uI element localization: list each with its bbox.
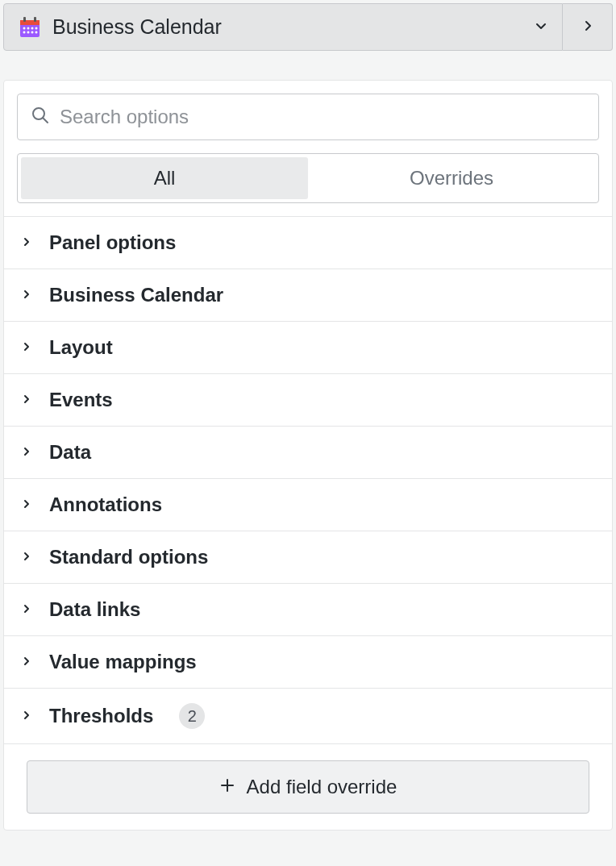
chevron-right-icon [22,393,31,407]
svg-line-13 [43,118,48,123]
chevron-right-icon [22,709,31,723]
panel-type-selector[interactable]: Business Calendar [3,3,563,51]
collapse-panel-button[interactable] [563,3,613,51]
section-row[interactable]: Value mappings [4,636,612,689]
svg-rect-3 [34,17,36,22]
add-field-override-button[interactable]: Add field override [27,760,589,814]
svg-point-8 [23,31,26,33]
section-label: Events [49,389,113,411]
count-badge: 2 [179,703,205,729]
chevron-right-icon [22,235,31,250]
add-override-label: Add field override [247,776,397,798]
svg-point-5 [27,27,30,29]
svg-point-6 [31,27,34,29]
section-row[interactable]: Business Calendar [4,269,612,322]
section-label: Standard options [49,546,208,568]
search-icon [31,106,50,128]
section-label: Thresholds [49,705,153,727]
svg-rect-1 [20,20,40,25]
section-label: Data [49,441,91,464]
section-row[interactable]: Thresholds2 [4,689,612,744]
svg-point-11 [35,31,38,33]
chevron-down-icon [535,19,547,35]
section-row[interactable]: Data [4,427,612,479]
chevron-right-icon [22,550,31,564]
panel-title: Business Calendar [52,15,222,39]
section-label: Panel options [49,231,176,254]
chevron-right-icon [22,655,31,669]
section-label: Value mappings [49,651,197,673]
chevron-right-icon [22,288,31,302]
section-label: Layout [49,336,113,359]
svg-point-9 [27,31,30,33]
svg-point-10 [31,31,34,33]
calendar-icon [19,16,41,39]
svg-rect-2 [23,17,26,22]
options-panel: All Overrides Panel optionsBusiness Cale… [3,80,613,831]
section-label: Business Calendar [49,284,223,306]
section-label: Annotations [49,493,162,516]
search-input[interactable] [60,106,585,128]
tab-group: All Overrides [17,153,599,203]
plus-icon [219,776,235,798]
section-label: Data links [49,598,140,621]
section-row[interactable]: Events [4,374,612,427]
chevron-right-icon [22,498,31,512]
svg-point-4 [23,27,26,29]
tab-all[interactable]: All [21,157,308,199]
chevron-right-icon [22,602,31,617]
chevron-right-icon [581,19,594,35]
svg-point-7 [35,27,38,29]
chevron-right-icon [22,340,31,355]
section-row[interactable]: Standard options [4,531,612,584]
section-row[interactable]: Data links [4,584,612,636]
section-row[interactable]: Panel options [4,217,612,269]
tab-overrides[interactable]: Overrides [308,157,595,199]
section-row[interactable]: Layout [4,322,612,374]
section-list: Panel optionsBusiness CalendarLayoutEven… [4,216,612,744]
section-row[interactable]: Annotations [4,479,612,531]
chevron-right-icon [22,445,31,460]
search-wrapper [17,94,599,140]
